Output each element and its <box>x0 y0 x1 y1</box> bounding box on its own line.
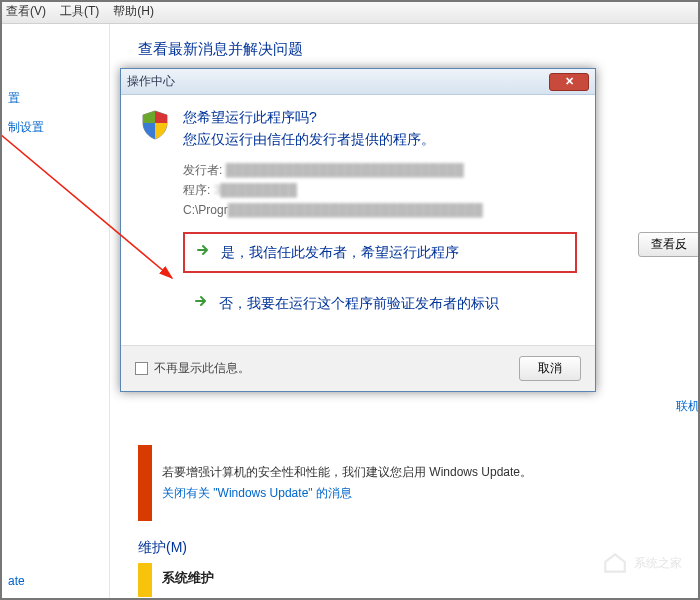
online-link[interactable]: 联机 <box>676 398 700 415</box>
dialog-details: 发行者: ████████████████████████████ 程序: 3█… <box>183 161 577 220</box>
cancel-button[interactable]: 取消 <box>519 356 581 381</box>
publisher-value: ████████████████████████████ <box>226 161 464 181</box>
menu-tools[interactable]: 工具(T) <box>60 3 99 20</box>
dialog-subtitle: 您应仅运行由信任的发行者提供的程序。 <box>183 131 435 149</box>
sidebar: 置 制设置 ate <box>0 24 110 600</box>
dialog-titlebar: 操作中心 ✕ <box>121 69 595 95</box>
action-center-dialog: 操作中心 ✕ 您希望运行此程序吗? 您应仅运行由信任的发行者提供的程序。 发行者… <box>120 68 596 392</box>
sidebar-item-0[interactable]: 置 <box>0 84 109 113</box>
choice-no-verify[interactable]: 否，我要在运行这个程序前验证发布者的标识 <box>183 285 577 321</box>
sidebar-footer[interactable]: ate <box>8 574 25 588</box>
dont-show-label: 不再显示此信息。 <box>154 360 250 377</box>
close-update-message-link[interactable]: 关闭有关 "Windows Update" 的消息 <box>162 485 700 502</box>
choice-yes-text: 是，我信任此发布者，希望运行此程序 <box>221 242 459 262</box>
menu-view[interactable]: 查看(V) <box>6 3 46 20</box>
orange-flag-icon <box>138 445 152 521</box>
sidebar-item-1[interactable]: 制设置 <box>0 113 109 142</box>
page-title: 查看最新消息并解决问题 <box>138 40 700 59</box>
dialog-title: 操作中心 <box>127 73 175 90</box>
path-value: ██████████████████████████████ <box>228 201 483 221</box>
program-label: 程序: <box>183 183 210 197</box>
system-maintenance-heading: 系统维护 <box>162 569 214 587</box>
arrow-right-icon <box>193 293 209 309</box>
arrow-right-icon <box>195 242 211 258</box>
menubar: 查看(V) 工具(T) 帮助(H) <box>0 0 700 24</box>
close-icon: ✕ <box>565 75 574 88</box>
choice-no-text: 否，我要在运行这个程序前验证发布者的标识 <box>219 293 499 313</box>
dialog-question: 您希望运行此程序吗? <box>183 109 435 127</box>
dont-show-checkbox[interactable] <box>135 362 148 375</box>
dialog-footer: 不再显示此信息。 取消 <box>121 345 595 391</box>
watermark: 系统之家 <box>602 550 682 576</box>
shield-icon <box>139 109 171 141</box>
path-prefix: C:\Progr <box>183 203 228 217</box>
choice-yes-trust[interactable]: 是，我信任此发布者，希望运行此程序 <box>183 232 577 272</box>
program-value: 3█████████ <box>214 181 297 201</box>
menu-help[interactable]: 帮助(H) <box>113 3 154 20</box>
yellow-flag-icon <box>138 563 152 597</box>
view-button[interactable]: 查看反 <box>638 232 700 257</box>
close-button[interactable]: ✕ <box>549 73 589 91</box>
publisher-label: 发行者: <box>183 163 222 177</box>
update-text: 若要增强计算机的安全性和性能，我们建议您启用 Windows Update。 <box>162 463 700 481</box>
